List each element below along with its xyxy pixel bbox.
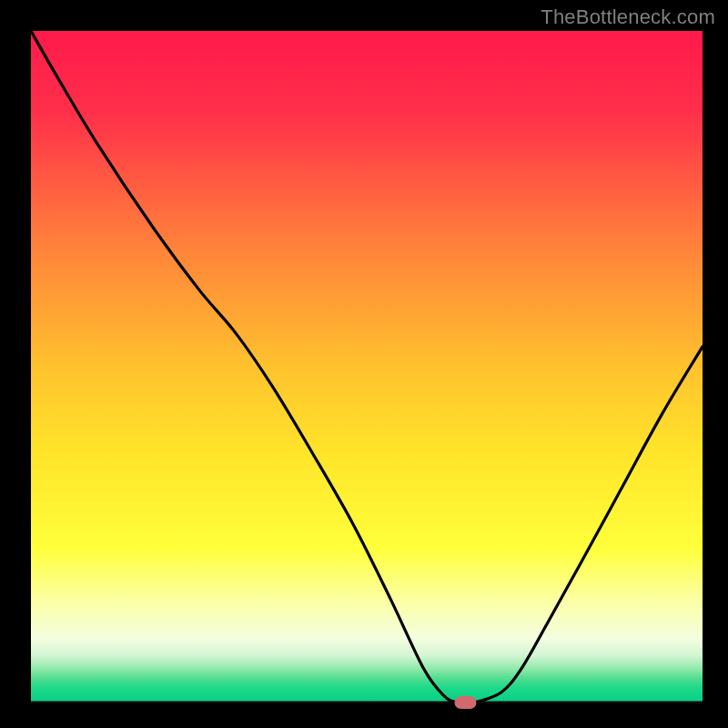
bottleneck-chart bbox=[0, 0, 728, 728]
plot-background bbox=[31, 31, 703, 703]
watermark-text: TheBottleneck.com bbox=[541, 5, 715, 29]
optimum-marker bbox=[454, 696, 476, 709]
chart-frame: TheBottleneck.com bbox=[0, 0, 728, 728]
